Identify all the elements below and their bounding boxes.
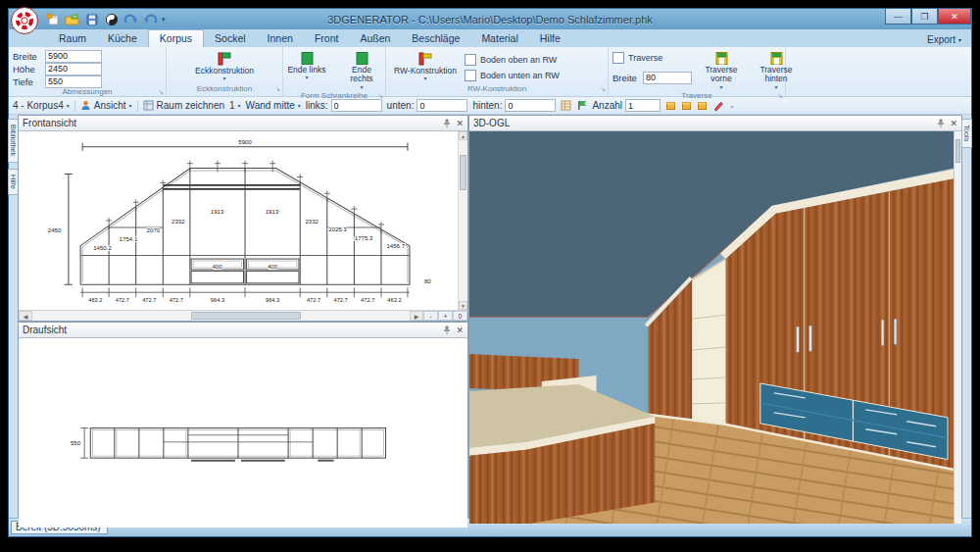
tab-kueche[interactable]: Küche xyxy=(97,30,148,47)
save-icon[interactable] xyxy=(83,12,100,27)
number-select[interactable]: 1▾ xyxy=(229,100,241,111)
rw-konstruktion-button[interactable]: RW-Konstruktion ▾ xyxy=(390,50,461,83)
ende-links-button[interactable]: Ende links ▾ xyxy=(281,50,332,82)
ende-links-label: Ende links xyxy=(287,66,325,75)
dimension-label: 472.7 xyxy=(170,297,183,303)
dimension-label: 2332 xyxy=(305,219,318,225)
frontansicht-header[interactable]: Frontansicht ✕ xyxy=(19,116,467,131)
grid-icon[interactable] xyxy=(561,100,571,111)
tab-front[interactable]: Front xyxy=(304,30,350,47)
pin-icon[interactable] xyxy=(443,119,451,127)
ogl-viewport[interactable] xyxy=(469,131,961,524)
wand-select[interactable]: Wand mitte▾ xyxy=(246,100,301,111)
traverse-check-label: Traverse xyxy=(628,53,662,63)
sidebar-tab-tools[interactable]: Tools xyxy=(961,119,972,148)
cube-orange-icon[interactable] xyxy=(697,100,708,111)
traverse-vorne-button[interactable]: Traverse vorne ▾ xyxy=(696,50,747,91)
traverse-checkbox-row[interactable]: Traverse xyxy=(612,52,692,64)
dimension-label: 400 xyxy=(268,264,278,270)
traverse-vorne-label: Traverse vorne xyxy=(700,66,743,84)
scroll-thumb[interactable] xyxy=(460,155,466,190)
traverse-breite-input[interactable] xyxy=(643,72,692,84)
unten-input[interactable] xyxy=(416,99,467,112)
dimension-label: 1754.1 xyxy=(120,236,138,242)
anzahl-label: Anzahl xyxy=(592,100,622,111)
close-panel-icon[interactable]: ✕ xyxy=(456,326,464,335)
app-menu-button[interactable] xyxy=(11,7,38,34)
quick-access-dropdown-icon[interactable]: ▾ xyxy=(162,16,166,24)
links-input[interactable] xyxy=(331,99,382,112)
tab-aussen[interactable]: Außen xyxy=(349,30,401,47)
export-button[interactable]: Export▾ xyxy=(923,32,965,47)
scroll-right-icon[interactable]: ▶ xyxy=(410,311,423,321)
tab-korpus[interactable]: Korpus xyxy=(148,29,204,47)
raum-zeichnen-icon xyxy=(143,100,154,111)
zoom-reset-button[interactable]: 0 xyxy=(453,311,467,321)
dimension-label: 964.3 xyxy=(266,297,279,303)
anzahl-input[interactable] xyxy=(625,99,661,112)
tab-beschlaege[interactable]: Beschläge xyxy=(401,30,470,47)
minimize-button[interactable]: — xyxy=(885,9,911,25)
close-panel-icon[interactable]: ✕ xyxy=(456,119,464,128)
cube-orange-icon[interactable] xyxy=(681,100,692,111)
frontansicht-canvas[interactable]: 5900 2450 1450.2 1754.1 2070 2332 1913 1… xyxy=(19,131,467,310)
pin-icon[interactable] xyxy=(443,326,451,334)
scroll-left-icon[interactable]: ◀ xyxy=(19,311,32,321)
zoom-out-button[interactable]: - xyxy=(423,311,438,321)
ogl-scrollbar[interactable] xyxy=(954,131,961,524)
dialog-launcher-icon[interactable]: ↘ xyxy=(377,92,383,100)
undo-icon[interactable] xyxy=(142,12,159,27)
toolbar-overflow-icon[interactable]: ⌄ xyxy=(729,102,735,110)
tab-raum[interactable]: Raum xyxy=(48,30,97,47)
redo-icon[interactable] xyxy=(122,12,139,27)
cube-orange-icon[interactable] xyxy=(665,100,676,111)
dialog-launcher-icon[interactable]: ↘ xyxy=(600,85,606,93)
scroll-thumb[interactable] xyxy=(191,312,301,320)
pin-icon[interactable] xyxy=(937,119,945,127)
dialog-launcher-icon[interactable]: ↘ xyxy=(274,85,280,93)
options-icon[interactable] xyxy=(103,12,120,27)
raum-zeichnen-button[interactable]: Raum zeichnen xyxy=(143,100,224,111)
tiefe-input[interactable] xyxy=(45,75,102,88)
tab-hilfe[interactable]: Hilfe xyxy=(529,30,571,47)
flag-green-icon[interactable] xyxy=(576,100,587,111)
ende-rechts-icon xyxy=(355,51,369,66)
ende-rechts-button[interactable]: Ende rechts ▾ xyxy=(336,50,387,91)
group-title-abmessungen: Abmessungen xyxy=(62,87,112,96)
tiefe-label: Tiefe xyxy=(13,76,42,87)
main-area: Bibliothek Hilfe Frontansicht ✕ xyxy=(9,115,971,518)
pencil-red-icon[interactable] xyxy=(712,100,724,112)
scroll-thumb[interactable] xyxy=(956,139,960,163)
korpus-select[interactable]: 4 - Korpus4▾ xyxy=(13,100,70,111)
close-panel-icon[interactable]: ✕ xyxy=(950,119,957,128)
close-button[interactable]: ✕ xyxy=(938,9,971,25)
draufsicht-canvas[interactable]: 550 xyxy=(19,338,467,527)
boden-unten-label: Boden unten an RW xyxy=(480,71,560,80)
ansicht-button[interactable]: Ansicht▾ xyxy=(80,100,132,111)
scroll-track[interactable] xyxy=(32,311,410,321)
tab-material[interactable]: Material xyxy=(470,30,528,47)
dialog-launcher-icon[interactable]: ↘ xyxy=(777,92,783,100)
dimension-label: 472.7 xyxy=(307,297,320,303)
scroll-up-icon[interactable]: ▲ xyxy=(459,131,467,140)
boden-oben-checkbox-row[interactable]: Boden oben an RW xyxy=(465,54,560,66)
eckkonstruktion-button[interactable]: Eckkonstruktion ▾ xyxy=(191,50,258,83)
zoom-in-button[interactable]: + xyxy=(438,311,453,321)
tab-sockel[interactable]: Sockel xyxy=(204,30,257,47)
scroll-down-icon[interactable]: ▼ xyxy=(459,301,467,310)
new-icon[interactable] xyxy=(44,12,61,27)
maximize-button[interactable]: ❐ xyxy=(911,9,938,25)
dialog-launcher-icon[interactable]: ↘ xyxy=(158,88,164,96)
open-folder-icon[interactable] xyxy=(64,12,80,27)
breite-input[interactable] xyxy=(45,50,102,63)
front-vertical-scrollbar[interactable]: ▲ ▼ xyxy=(458,131,467,310)
front-horizontal-scrollbar[interactable]: ◀ ▶ - + 0 xyxy=(19,310,467,321)
right-column: 3D-OGL ✕ xyxy=(468,115,962,518)
ogl-header[interactable]: 3D-OGL ✕ xyxy=(469,116,961,131)
draufsicht-header[interactable]: Draufsicht ✕ xyxy=(19,323,467,338)
tab-innen[interactable]: Innen xyxy=(257,30,304,47)
hinten-input[interactable] xyxy=(505,99,556,112)
boden-unten-checkbox-row[interactable]: Boden unten an RW xyxy=(465,70,560,81)
group-title-rw: RW-Konstruktion xyxy=(467,84,526,93)
hoehe-input[interactable] xyxy=(45,63,102,75)
